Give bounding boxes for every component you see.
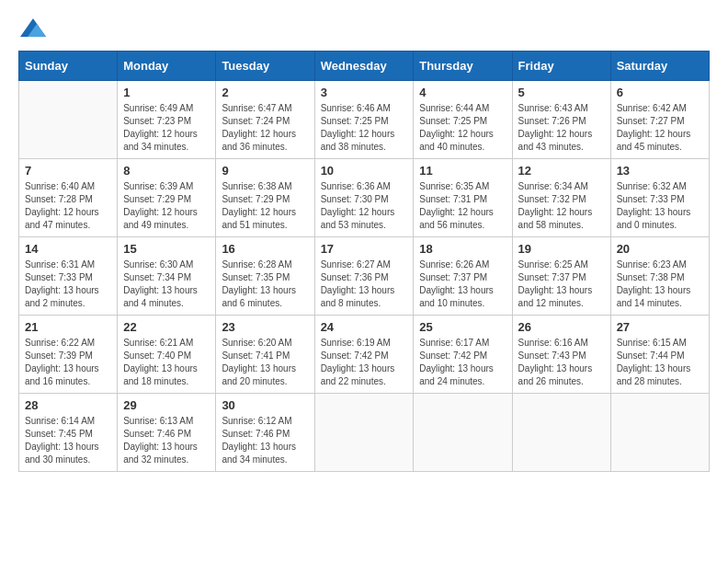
day-info: Sunrise: 6:12 AMSunset: 7:46 PMDaylight:… bbox=[222, 415, 308, 466]
day-number: 12 bbox=[518, 164, 605, 178]
day-number: 18 bbox=[419, 242, 506, 256]
calendar-cell: 16Sunrise: 6:28 AMSunset: 7:35 PMDayligh… bbox=[216, 237, 314, 316]
calendar-week-row: 7Sunrise: 6:40 AMSunset: 7:28 PMDaylight… bbox=[19, 159, 710, 237]
day-number: 3 bbox=[321, 86, 408, 99]
calendar-cell bbox=[512, 394, 610, 472]
day-number: 15 bbox=[123, 242, 210, 256]
calendar-cell: 20Sunrise: 6:23 AMSunset: 7:38 PMDayligh… bbox=[610, 237, 709, 316]
calendar-cell: 10Sunrise: 6:36 AMSunset: 7:30 PMDayligh… bbox=[314, 159, 414, 237]
calendar-cell: 4Sunrise: 6:44 AMSunset: 7:25 PMDaylight… bbox=[414, 81, 512, 159]
calendar-header-row: SundayMondayTuesdayWednesdayThursdayFrid… bbox=[19, 52, 710, 81]
calendar-cell: 24Sunrise: 6:19 AMSunset: 7:42 PMDayligh… bbox=[314, 316, 414, 394]
day-info: Sunrise: 6:21 AMSunset: 7:40 PMDaylight:… bbox=[123, 337, 210, 388]
day-number: 5 bbox=[518, 86, 605, 99]
day-info: Sunrise: 6:22 AMSunset: 7:39 PMDaylight:… bbox=[25, 337, 111, 388]
calendar-cell: 28Sunrise: 6:14 AMSunset: 7:45 PMDayligh… bbox=[19, 394, 118, 472]
calendar-cell: 25Sunrise: 6:17 AMSunset: 7:42 PMDayligh… bbox=[414, 316, 512, 394]
day-info: Sunrise: 6:14 AMSunset: 7:45 PMDaylight:… bbox=[25, 415, 111, 466]
calendar-cell: 2Sunrise: 6:47 AMSunset: 7:24 PMDaylight… bbox=[216, 81, 314, 159]
day-number: 22 bbox=[123, 320, 210, 334]
day-number: 20 bbox=[617, 242, 703, 256]
day-number: 30 bbox=[222, 398, 308, 412]
day-info: Sunrise: 6:26 AMSunset: 7:37 PMDaylight:… bbox=[419, 259, 506, 310]
day-number: 6 bbox=[617, 86, 703, 99]
day-number: 14 bbox=[25, 242, 111, 256]
logo bbox=[18, 18, 46, 41]
calendar-cell: 11Sunrise: 6:35 AMSunset: 7:31 PMDayligh… bbox=[414, 159, 512, 237]
day-info: Sunrise: 6:19 AMSunset: 7:42 PMDaylight:… bbox=[321, 337, 408, 388]
day-info: Sunrise: 6:32 AMSunset: 7:33 PMDaylight:… bbox=[617, 180, 703, 232]
day-number: 11 bbox=[419, 164, 506, 178]
calendar-cell: 9Sunrise: 6:38 AMSunset: 7:29 PMDaylight… bbox=[216, 159, 314, 237]
day-number: 19 bbox=[518, 242, 605, 256]
day-info: Sunrise: 6:31 AMSunset: 7:33 PMDaylight:… bbox=[25, 259, 111, 310]
day-number: 28 bbox=[25, 398, 111, 412]
calendar-cell: 26Sunrise: 6:16 AMSunset: 7:43 PMDayligh… bbox=[512, 316, 610, 394]
calendar-cell: 27Sunrise: 6:15 AMSunset: 7:44 PMDayligh… bbox=[610, 316, 709, 394]
calendar-cell: 29Sunrise: 6:13 AMSunset: 7:46 PMDayligh… bbox=[118, 394, 216, 472]
calendar-cell: 15Sunrise: 6:30 AMSunset: 7:34 PMDayligh… bbox=[118, 237, 216, 316]
calendar-cell: 18Sunrise: 6:26 AMSunset: 7:37 PMDayligh… bbox=[414, 237, 512, 316]
day-number: 26 bbox=[518, 320, 605, 334]
logo-icon bbox=[20, 18, 46, 37]
calendar-cell: 12Sunrise: 6:34 AMSunset: 7:32 PMDayligh… bbox=[512, 159, 610, 237]
header bbox=[18, 18, 710, 41]
day-info: Sunrise: 6:13 AMSunset: 7:46 PMDaylight:… bbox=[123, 415, 210, 466]
day-info: Sunrise: 6:47 AMSunset: 7:24 PMDaylight:… bbox=[222, 102, 308, 154]
calendar-cell bbox=[610, 394, 709, 472]
day-number: 25 bbox=[419, 320, 506, 334]
day-number: 1 bbox=[123, 86, 210, 99]
calendar-cell: 1Sunrise: 6:49 AMSunset: 7:23 PMDaylight… bbox=[118, 81, 216, 159]
calendar-cell: 13Sunrise: 6:32 AMSunset: 7:33 PMDayligh… bbox=[610, 159, 709, 237]
calendar-cell: 6Sunrise: 6:42 AMSunset: 7:27 PMDaylight… bbox=[610, 81, 709, 159]
calendar-cell: 22Sunrise: 6:21 AMSunset: 7:40 PMDayligh… bbox=[118, 316, 216, 394]
day-number: 27 bbox=[617, 320, 703, 334]
calendar-cell bbox=[414, 394, 512, 472]
calendar-cell bbox=[314, 394, 414, 472]
day-number: 13 bbox=[617, 164, 703, 178]
day-number: 16 bbox=[222, 242, 308, 256]
day-number: 17 bbox=[321, 242, 408, 256]
day-info: Sunrise: 6:49 AMSunset: 7:23 PMDaylight:… bbox=[123, 102, 210, 154]
day-info: Sunrise: 6:28 AMSunset: 7:35 PMDaylight:… bbox=[222, 259, 308, 310]
day-number: 4 bbox=[419, 86, 506, 99]
header-day-sunday: Sunday bbox=[19, 52, 118, 81]
day-info: Sunrise: 6:34 AMSunset: 7:32 PMDaylight:… bbox=[518, 180, 605, 232]
day-number: 23 bbox=[222, 320, 308, 334]
header-day-thursday: Thursday bbox=[414, 52, 512, 81]
day-info: Sunrise: 6:27 AMSunset: 7:36 PMDaylight:… bbox=[321, 259, 408, 310]
day-number: 21 bbox=[25, 320, 111, 334]
day-info: Sunrise: 6:25 AMSunset: 7:37 PMDaylight:… bbox=[518, 259, 605, 310]
header-day-tuesday: Tuesday bbox=[216, 52, 314, 81]
day-info: Sunrise: 6:44 AMSunset: 7:25 PMDaylight:… bbox=[419, 102, 506, 154]
day-number: 2 bbox=[222, 86, 308, 99]
calendar-cell: 14Sunrise: 6:31 AMSunset: 7:33 PMDayligh… bbox=[19, 237, 118, 316]
day-number: 29 bbox=[123, 398, 210, 412]
day-info: Sunrise: 6:39 AMSunset: 7:29 PMDaylight:… bbox=[123, 180, 210, 232]
calendar-week-row: 1Sunrise: 6:49 AMSunset: 7:23 PMDaylight… bbox=[19, 81, 710, 159]
header-day-saturday: Saturday bbox=[610, 52, 709, 81]
header-day-wednesday: Wednesday bbox=[314, 52, 414, 81]
calendar-cell: 7Sunrise: 6:40 AMSunset: 7:28 PMDaylight… bbox=[19, 159, 118, 237]
calendar-cell: 3Sunrise: 6:46 AMSunset: 7:25 PMDaylight… bbox=[314, 81, 414, 159]
day-number: 24 bbox=[321, 320, 408, 334]
day-info: Sunrise: 6:36 AMSunset: 7:30 PMDaylight:… bbox=[321, 180, 408, 232]
header-day-monday: Monday bbox=[118, 52, 216, 81]
day-info: Sunrise: 6:15 AMSunset: 7:44 PMDaylight:… bbox=[617, 337, 703, 388]
calendar-cell: 5Sunrise: 6:43 AMSunset: 7:26 PMDaylight… bbox=[512, 81, 610, 159]
day-info: Sunrise: 6:46 AMSunset: 7:25 PMDaylight:… bbox=[321, 102, 408, 154]
day-info: Sunrise: 6:23 AMSunset: 7:38 PMDaylight:… bbox=[617, 259, 703, 310]
calendar-cell: 30Sunrise: 6:12 AMSunset: 7:46 PMDayligh… bbox=[216, 394, 314, 472]
calendar-week-row: 21Sunrise: 6:22 AMSunset: 7:39 PMDayligh… bbox=[19, 316, 710, 394]
calendar-week-row: 28Sunrise: 6:14 AMSunset: 7:45 PMDayligh… bbox=[19, 394, 710, 472]
day-info: Sunrise: 6:42 AMSunset: 7:27 PMDaylight:… bbox=[617, 102, 703, 154]
calendar-cell bbox=[19, 81, 118, 159]
calendar-cell: 8Sunrise: 6:39 AMSunset: 7:29 PMDaylight… bbox=[118, 159, 216, 237]
day-info: Sunrise: 6:30 AMSunset: 7:34 PMDaylight:… bbox=[123, 259, 210, 310]
day-info: Sunrise: 6:20 AMSunset: 7:41 PMDaylight:… bbox=[222, 337, 308, 388]
calendar-cell: 19Sunrise: 6:25 AMSunset: 7:37 PMDayligh… bbox=[512, 237, 610, 316]
day-info: Sunrise: 6:35 AMSunset: 7:31 PMDaylight:… bbox=[419, 180, 506, 232]
day-number: 7 bbox=[25, 164, 111, 178]
day-info: Sunrise: 6:16 AMSunset: 7:43 PMDaylight:… bbox=[518, 337, 605, 388]
header-day-friday: Friday bbox=[512, 52, 610, 81]
